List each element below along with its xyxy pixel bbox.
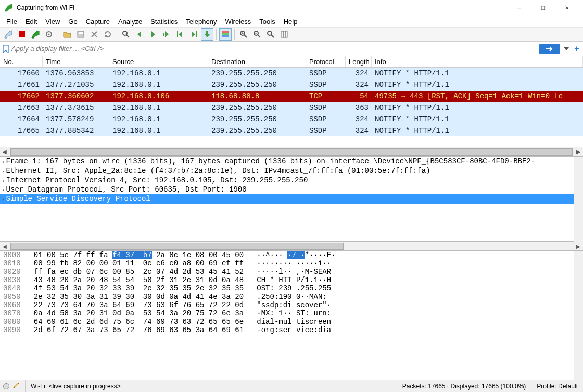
svg-rect-8 <box>177 31 178 37</box>
svg-rect-25 <box>285 31 287 37</box>
packet-row[interactable]: 176651377.885342192.168.0.1239.255.255.2… <box>0 125 583 136</box>
close-file-icon[interactable] <box>88 28 100 41</box>
svg-point-21 <box>268 31 272 35</box>
hex-row[interactable]: 0040 4f 53 54 3a 20 32 33 39 2e 32 35 35… <box>0 284 574 293</box>
svg-rect-9 <box>196 31 197 37</box>
menu-wireless[interactable]: Wireless <box>221 17 255 27</box>
menu-edit[interactable]: Edit <box>21 17 41 27</box>
packet-row[interactable]: 176611377.271035192.168.0.1239.255.255.2… <box>0 79 583 91</box>
maximize-button[interactable]: ☐ <box>531 0 555 16</box>
display-filter-bar: + <box>0 42 583 56</box>
svg-rect-10 <box>206 31 208 34</box>
filter-add-icon[interactable]: + <box>573 44 581 54</box>
col-header-no[interactable]: No. <box>0 56 43 67</box>
svg-rect-11 <box>222 31 229 33</box>
hex-row[interactable]: 0010 00 99 fb 82 00 00 01 11 0c c6 c0 a8… <box>0 259 574 268</box>
zoom-in-icon[interactable] <box>237 28 250 41</box>
col-header-time[interactable]: Time <box>43 56 109 67</box>
svg-rect-4 <box>79 32 83 34</box>
svg-rect-24 <box>283 31 285 37</box>
col-header-source[interactable]: Source <box>109 56 208 67</box>
menu-tools[interactable]: Tools <box>255 17 279 27</box>
detail-ip[interactable]: Internet Protocol Version 4, Src: 192.16… <box>0 175 574 185</box>
menu-statistics[interactable]: Statistics <box>146 17 182 27</box>
scroll-right-icon[interactable]: ▶ <box>574 147 583 157</box>
detail-udp[interactable]: User Datagram Protocol, Src Port: 60635,… <box>0 185 574 194</box>
hex-row[interactable]: 0060 22 73 73 64 70 3a 64 69 73 63 6f 76… <box>0 301 574 309</box>
menu-analyze[interactable]: Analyze <box>114 17 146 27</box>
stop-capture-icon[interactable] <box>16 28 28 41</box>
menu-help[interactable]: Help <box>280 17 302 27</box>
details-vscrollbar[interactable] <box>574 157 583 242</box>
find-packet-icon[interactable] <box>120 28 132 41</box>
svg-line-6 <box>126 35 129 37</box>
expert-info-icon[interactable] <box>3 383 9 389</box>
status-profile[interactable]: Profile: Default <box>531 380 583 392</box>
packet-row[interactable]: 176641377.578249192.168.0.1239.255.255.2… <box>0 113 583 125</box>
col-header-destination[interactable]: Destination <box>208 56 306 67</box>
hex-row[interactable]: 0080 64 69 61 6c 2d 6d 75 6c 74 69 73 63… <box>0 318 574 326</box>
hex-row[interactable]: 0090 2d 6f 72 67 3a 73 65 72 76 69 63 65… <box>0 326 574 334</box>
packet-row[interactable]: 176631377.373615192.168.0.1239.255.255.2… <box>0 102 583 113</box>
resize-columns-icon[interactable] <box>278 28 290 41</box>
start-capture-icon[interactable] <box>2 28 15 41</box>
detail-frame[interactable]: Frame 1: 167 bytes on wire (1336 bits), … <box>0 157 574 166</box>
menu-bar: File Edit View Go Capture Analyze Statis… <box>0 16 583 27</box>
hex-row[interactable]: 0030 43 48 20 2a 20 48 54 54 50 2f 31 2e… <box>0 276 574 284</box>
packet-list-hscrollbar[interactable]: ◀ ▶ <box>0 147 583 156</box>
details-hscrollbar[interactable]: ◀ ▶ <box>0 242 583 251</box>
scroll-left-icon[interactable]: ◀ <box>0 242 9 251</box>
packet-details-pane[interactable]: Frame 1: 167 bytes on wire (1336 bits), … <box>0 157 574 242</box>
col-header-info[interactable]: Info <box>372 56 583 67</box>
packet-row[interactable]: 176601376.963853192.168.0.1239.255.255.2… <box>0 68 583 79</box>
svg-line-19 <box>258 35 260 37</box>
col-header-length[interactable]: Length <box>346 56 372 67</box>
open-file-icon[interactable] <box>61 28 73 41</box>
hex-row[interactable]: 0020 ff fa ec db 07 6c 00 85 2c 07 4d 2d… <box>0 268 574 276</box>
save-file-icon[interactable] <box>74 28 87 41</box>
go-first-icon[interactable] <box>174 28 186 41</box>
go-to-packet-icon[interactable] <box>160 28 173 41</box>
close-button[interactable]: ✕ <box>555 0 579 16</box>
hex-row[interactable]: 0050 2e 32 35 30 3a 31 39 30 30 0d 0a 4d… <box>0 293 574 301</box>
filter-history-icon[interactable] <box>562 44 571 54</box>
auto-scroll-icon[interactable] <box>201 28 213 41</box>
svg-rect-23 <box>281 31 283 37</box>
detail-ethernet[interactable]: Ethernet II, Src: Apple_2a:8c:1e (f4:37:… <box>0 166 574 175</box>
go-forward-icon[interactable] <box>147 28 159 41</box>
bookmark-icon[interactable] <box>2 44 9 54</box>
packet-row[interactable]: 176621377.360602192.168.0.106118.68.80.8… <box>0 91 583 102</box>
col-header-protocol[interactable]: Protocol <box>306 56 346 67</box>
display-filter-input[interactable] <box>11 44 537 54</box>
packet-bytes-pane[interactable]: 0000 01 00 5e 7f ff fa f4 37 b7 2a 8c 1e… <box>0 251 574 380</box>
detail-ssdp[interactable]: Simple Service Discovery Protocol <box>0 194 574 204</box>
zoom-out-icon[interactable] <box>251 28 263 41</box>
svg-rect-7 <box>163 33 164 36</box>
menu-file[interactable]: File <box>2 17 21 27</box>
menu-view[interactable]: View <box>41 17 64 27</box>
go-last-icon[interactable] <box>187 28 200 41</box>
svg-line-15 <box>244 35 247 37</box>
apply-filter-button[interactable] <box>539 44 560 54</box>
go-back-icon[interactable] <box>133 28 146 41</box>
packet-list-header: No. Time Source Destination Protocol Len… <box>0 56 583 68</box>
svg-rect-12 <box>222 33 229 35</box>
hex-vscrollbar[interactable] <box>574 251 583 380</box>
edit-capture-comment-icon[interactable] <box>12 382 20 390</box>
colorize-icon[interactable] <box>219 28 232 41</box>
zoom-reset-icon[interactable] <box>264 28 277 41</box>
reload-icon[interactable] <box>102 28 114 41</box>
scroll-left-icon[interactable]: ◀ <box>0 147 9 157</box>
restart-capture-icon[interactable] <box>29 28 42 41</box>
status-bar: Wi-Fi: <live capture in progress> Packet… <box>0 380 583 392</box>
status-packet-counts: Packets: 17665 · Displayed: 17665 (100.0… <box>397 380 531 392</box>
menu-capture[interactable]: Capture <box>82 17 114 27</box>
minimize-button[interactable]: ─ <box>507 0 531 16</box>
scroll-right-icon[interactable]: ▶ <box>574 242 583 251</box>
svg-point-2 <box>48 34 50 35</box>
capture-options-icon[interactable] <box>43 28 55 41</box>
menu-go[interactable]: Go <box>64 17 81 27</box>
menu-telephony[interactable]: Telephony <box>182 17 221 27</box>
hex-row[interactable]: 0070 0a 4d 58 3a 20 31 0d 0a 53 54 3a 20… <box>0 309 574 318</box>
hex-row[interactable]: 0000 01 00 5e 7f ff fa f4 37 b7 2a 8c 1e… <box>0 251 574 259</box>
